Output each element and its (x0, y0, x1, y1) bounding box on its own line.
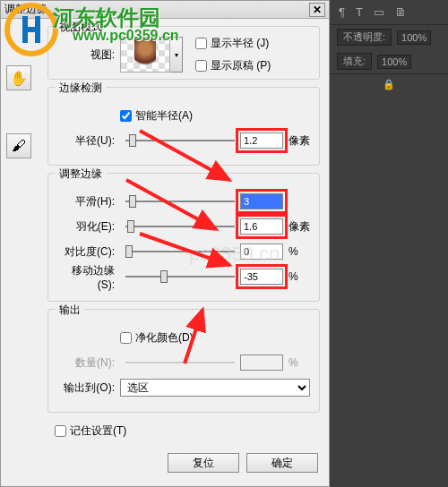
paragraph-icon[interactable]: ¶ (339, 5, 345, 19)
chevron-down-icon: ▾ (175, 51, 178, 59)
view-label: 视图: (57, 47, 115, 63)
opacity-value[interactable]: 100% (397, 30, 431, 45)
radius-unit: 像素 (289, 133, 310, 149)
feather-input[interactable] (240, 218, 283, 235)
right-panel: ¶ T ▭ 🗎 不透明度: 100% 填充: 100% 🔒 (330, 0, 448, 487)
type-icon[interactable]: T (356, 5, 363, 19)
file-icon[interactable]: 🗎 (395, 5, 407, 19)
show-radius-checkbox[interactable] (195, 38, 207, 49)
shift-label: 移动边缘(S): (57, 263, 115, 291)
decontaminate-label: 净化颜色(D) (135, 330, 194, 346)
amount-label: 数量(N): (57, 355, 115, 371)
group-adjust-edge: 调整边缘 平滑(H): 羽化(E): 像素 对比度(C): % 移动边缘(S): (47, 173, 320, 302)
watermark-url: www.pc0359.cn (73, 28, 179, 44)
contrast-slider[interactable] (125, 244, 235, 260)
hand-tool-icon[interactable]: ✋ (6, 65, 31, 90)
remember-label: 记住设置(T) (70, 423, 126, 439)
shift-unit: % (289, 270, 310, 283)
smooth-label: 平滑(H): (57, 194, 115, 209)
show-radius-label: 显示半径 (J) (211, 36, 269, 51)
show-original-label: 显示原稿 (P) (211, 58, 271, 73)
radius-input[interactable] (240, 132, 283, 149)
contrast-input[interactable] (240, 244, 283, 260)
feather-slider[interactable] (125, 218, 235, 235)
opacity-label: 不透明度: (337, 29, 392, 46)
smart-radius-checkbox[interactable] (120, 110, 132, 122)
refine-edge-dialog: 调整边缘 ✕ 河东软件园 www.pc0359.cn pc0359.cn ✋ 🖌… (0, 0, 330, 487)
rect-icon[interactable]: ▭ (374, 5, 384, 19)
radius-slider[interactable] (125, 132, 235, 149)
group-output-title: 输出 (56, 303, 84, 318)
right-toolbar: ¶ T ▭ 🗎 (330, 0, 448, 25)
decontaminate-checkbox[interactable] (120, 332, 132, 344)
amount-unit: % (289, 356, 310, 369)
shift-input[interactable] (240, 269, 283, 285)
feather-label: 羽化(E): (57, 219, 115, 235)
shift-slider[interactable] (125, 269, 235, 285)
close-icon: ✕ (313, 4, 322, 16)
fill-label: 填充: (337, 53, 372, 70)
dialog-buttons: 复位 确定 (1, 448, 329, 478)
feather-unit: 像素 (289, 219, 310, 235)
lock-row: 🔒 (330, 73, 448, 95)
group-adjust-title: 调整边缘 (56, 167, 106, 182)
smooth-input[interactable] (240, 193, 283, 209)
close-button[interactable]: ✕ (309, 3, 325, 17)
reset-button[interactable]: 复位 (168, 453, 239, 473)
show-original-checkbox[interactable] (195, 60, 207, 72)
brush-tool-icon[interactable]: 🖌 (6, 133, 31, 158)
remember-checkbox[interactable] (55, 425, 66, 437)
output-to-label: 输出到(O): (57, 380, 115, 396)
lock-icon[interactable]: 🔒 (383, 79, 395, 90)
ok-button[interactable]: 确定 (246, 453, 318, 473)
smooth-slider[interactable] (125, 193, 235, 209)
group-edge-title: 边缘检测 (56, 81, 106, 96)
amount-input (240, 355, 283, 371)
group-edge-detection: 边缘检测 智能半径(A) 半径(U): 像素 (47, 87, 320, 166)
contrast-label: 对比度(C): (57, 244, 115, 260)
fill-value[interactable]: 100% (377, 55, 411, 69)
smart-radius-label: 智能半径(A) (135, 108, 193, 124)
amount-slider (125, 355, 235, 371)
output-to-select[interactable]: 选区 (120, 379, 310, 397)
contrast-unit: % (289, 245, 310, 258)
radius-label: 半径(U): (57, 133, 115, 149)
group-output: 输出 净化颜色(D) 数量(N): % 输出到(O): 选区 (47, 309, 320, 413)
watermark-logo-icon (4, 3, 58, 56)
